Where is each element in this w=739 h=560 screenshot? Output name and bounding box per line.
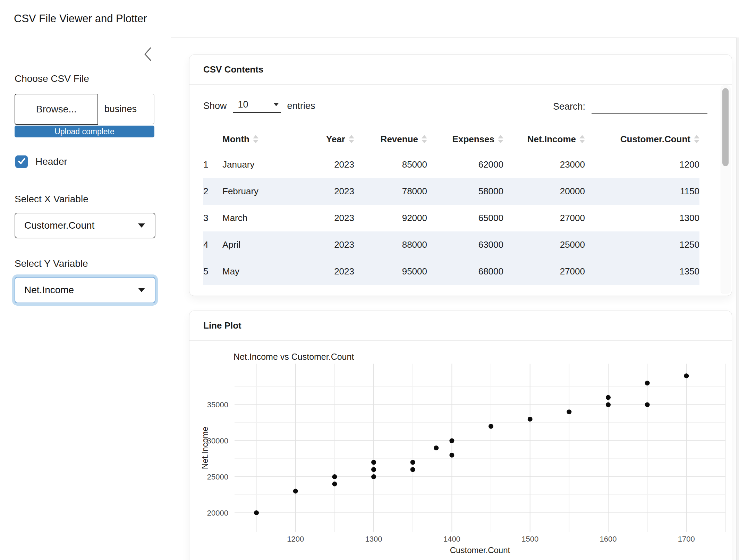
y-tick-label: 20000 bbox=[207, 509, 228, 517]
sort-icon bbox=[349, 135, 354, 143]
table-row[interactable]: 1January20238500062000230001200 bbox=[203, 151, 699, 178]
x-tick-label: 1600 bbox=[600, 535, 617, 543]
table-row[interactable]: 5May20239500068000270001350 bbox=[203, 258, 699, 285]
plot-title: Net.Income vs Customer.Count bbox=[233, 352, 354, 362]
chevron-left-icon bbox=[141, 59, 155, 64]
table-cell: 2023 bbox=[292, 231, 354, 258]
x-tick-label: 1700 bbox=[678, 535, 695, 543]
table-scrollbar-track[interactable] bbox=[721, 85, 731, 294]
y-axis-title: Net.Income bbox=[200, 427, 210, 469]
csv-contents-card-header: CSV Contents bbox=[189, 55, 732, 85]
file-input-label: Choose CSV File bbox=[15, 73, 89, 84]
column-header-month[interactable]: Month bbox=[222, 127, 292, 151]
data-table: MonthYearRevenueExpensesNet.IncomeCustom… bbox=[203, 127, 699, 285]
table-cell: 1350 bbox=[585, 258, 699, 285]
sort-icon bbox=[579, 135, 585, 143]
data-point bbox=[528, 417, 533, 422]
table-cell: 63000 bbox=[427, 231, 503, 258]
data-point bbox=[410, 460, 415, 465]
table-cell: 1250 bbox=[585, 231, 699, 258]
table-cell: 1300 bbox=[585, 205, 699, 231]
data-point bbox=[332, 474, 337, 479]
x-tick-label: 1400 bbox=[443, 535, 460, 543]
sidebar-collapse-button[interactable] bbox=[141, 45, 156, 63]
page-header: CSV File Viewer and Plotter bbox=[0, 0, 739, 38]
y-variable-label: Select Y Variable bbox=[15, 258, 88, 269]
table-cell: 1 bbox=[203, 151, 222, 178]
page-length-value: 10 bbox=[238, 99, 248, 110]
x-variable-label: Select X Variable bbox=[15, 194, 88, 205]
upload-progress-bar: Upload complete bbox=[15, 126, 154, 137]
column-label: Year bbox=[326, 134, 345, 145]
line-plot-card-header: Line Plot bbox=[189, 311, 732, 341]
page-scrollbar[interactable] bbox=[736, 37, 739, 560]
table-cell: 92000 bbox=[354, 205, 427, 231]
csv-contents-card: CSV Contents Show 10 entries Search: Mon… bbox=[189, 54, 732, 296]
data-point bbox=[606, 395, 611, 400]
file-input: Browse... busines bbox=[15, 94, 154, 125]
column-label: Customer.Count bbox=[620, 134, 690, 145]
browse-button[interactable]: Browse... bbox=[15, 94, 98, 125]
table-cell: 1150 bbox=[585, 178, 699, 205]
sidebar: Choose CSV File Browse... busines Upload… bbox=[0, 37, 171, 560]
table-cell: 65000 bbox=[427, 205, 503, 231]
scatter-plot: 1200130014001500160017002000025000300003… bbox=[195, 344, 732, 560]
data-point bbox=[606, 402, 611, 407]
table-cell: 4 bbox=[203, 231, 222, 258]
x-variable-select[interactable]: Customer.Count bbox=[15, 213, 155, 238]
csv-contents-card-title: CSV Contents bbox=[203, 55, 732, 84]
data-point bbox=[449, 453, 454, 458]
table-cell: 58000 bbox=[427, 178, 503, 205]
line-plot-card-title: Line Plot bbox=[203, 311, 732, 340]
table-cell: 25000 bbox=[503, 231, 585, 258]
filename-field[interactable]: busines bbox=[98, 94, 154, 124]
page-length-select[interactable]: 10 bbox=[233, 99, 281, 113]
table-cell: 68000 bbox=[427, 258, 503, 285]
y-tick-label: 25000 bbox=[207, 473, 228, 481]
data-point bbox=[410, 467, 415, 472]
data-point bbox=[434, 446, 439, 450]
column-header-net.income[interactable]: Net.Income bbox=[503, 127, 585, 151]
table-cell: 88000 bbox=[354, 231, 427, 258]
y-tick-label: 30000 bbox=[207, 436, 228, 445]
header-checkbox-row: Header bbox=[15, 155, 67, 168]
table-cell: 95000 bbox=[354, 258, 427, 285]
table-row[interactable]: 3March20239200065000270001300 bbox=[203, 205, 699, 231]
data-point bbox=[567, 409, 571, 414]
table-row[interactable]: 4April20238800063000250001250 bbox=[203, 231, 699, 258]
column-header-customer.count[interactable]: Customer.Count bbox=[585, 127, 699, 151]
table-cell: 27000 bbox=[503, 205, 585, 231]
header-checkbox[interactable] bbox=[15, 155, 28, 168]
check-icon bbox=[16, 156, 27, 168]
page-title: CSV File Viewer and Plotter bbox=[14, 0, 147, 37]
data-point bbox=[293, 489, 298, 494]
search-input[interactable] bbox=[592, 97, 707, 114]
line-plot-card: Line Plot 120013001400150016001700200002… bbox=[189, 311, 732, 560]
data-point bbox=[254, 510, 259, 515]
column-label: Revenue bbox=[381, 134, 418, 145]
table-scrollbar-thumb[interactable] bbox=[722, 88, 729, 166]
table-cell: 23000 bbox=[503, 151, 585, 178]
table-cell: 2023 bbox=[292, 151, 354, 178]
column-header-expenses[interactable]: Expenses bbox=[427, 127, 503, 151]
column-header-year[interactable]: Year bbox=[292, 127, 354, 151]
data-point bbox=[684, 373, 689, 378]
y-variable-value: Net.Income bbox=[24, 285, 138, 296]
table-cell: 78000 bbox=[354, 178, 427, 205]
table-controls: Show 10 entries Search: bbox=[203, 96, 707, 116]
column-label: Net.Income bbox=[527, 134, 576, 145]
table-cell: 1200 bbox=[585, 151, 699, 178]
entries-label: entries bbox=[287, 101, 315, 111]
table-row[interactable]: 2February20237800058000200001150 bbox=[203, 178, 699, 205]
sort-icon bbox=[694, 135, 699, 143]
table-cell: 85000 bbox=[354, 151, 427, 178]
y-variable-select[interactable]: Net.Income bbox=[15, 277, 155, 303]
column-header-revenue[interactable]: Revenue bbox=[354, 127, 427, 151]
table-cell: 2023 bbox=[292, 205, 354, 231]
table-cell: 3 bbox=[203, 205, 222, 231]
sort-icon bbox=[498, 135, 503, 143]
x-tick-label: 1500 bbox=[521, 535, 538, 543]
column-label: Expenses bbox=[452, 134, 494, 145]
table-cell: 5 bbox=[203, 258, 222, 285]
chevron-down-icon bbox=[138, 223, 145, 228]
